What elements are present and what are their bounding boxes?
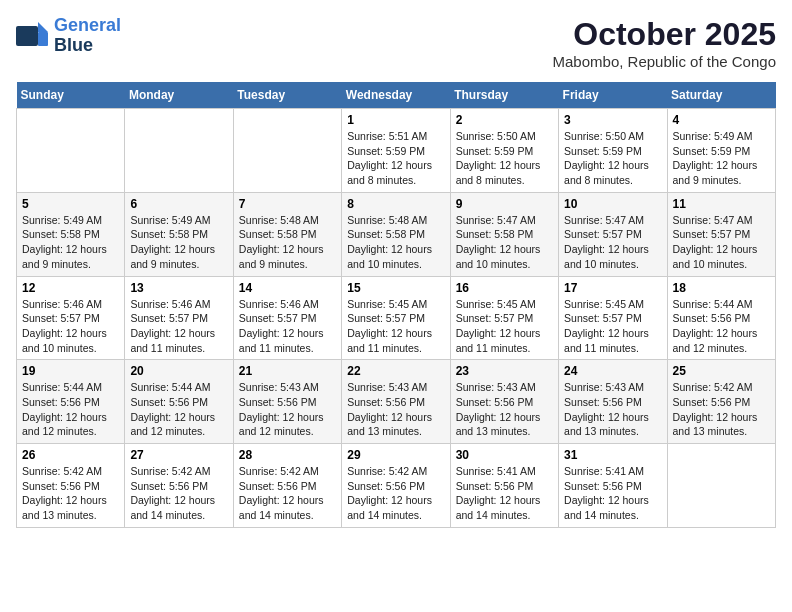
calendar-day-16: 16Sunrise: 5:45 AMSunset: 5:57 PMDayligh… (450, 276, 558, 360)
day-info-26: Sunrise: 5:42 AMSunset: 5:56 PMDaylight:… (22, 464, 119, 523)
logo-text: General Blue (54, 16, 121, 56)
day-info-14: Sunrise: 5:46 AMSunset: 5:57 PMDaylight:… (239, 297, 336, 356)
calendar-empty-cell (17, 109, 125, 193)
day-info-3: Sunrise: 5:50 AMSunset: 5:59 PMDaylight:… (564, 129, 661, 188)
day-number-6: 6 (130, 197, 227, 211)
day-number-8: 8 (347, 197, 444, 211)
calendar-day-6: 6Sunrise: 5:49 AMSunset: 5:58 PMDaylight… (125, 192, 233, 276)
calendar-day-3: 3Sunrise: 5:50 AMSunset: 5:59 PMDaylight… (559, 109, 667, 193)
day-number-7: 7 (239, 197, 336, 211)
day-number-31: 31 (564, 448, 661, 462)
day-info-11: Sunrise: 5:47 AMSunset: 5:57 PMDaylight:… (673, 213, 770, 272)
day-number-4: 4 (673, 113, 770, 127)
calendar-day-18: 18Sunrise: 5:44 AMSunset: 5:56 PMDayligh… (667, 276, 775, 360)
calendar-day-12: 12Sunrise: 5:46 AMSunset: 5:57 PMDayligh… (17, 276, 125, 360)
day-info-29: Sunrise: 5:42 AMSunset: 5:56 PMDaylight:… (347, 464, 444, 523)
day-number-2: 2 (456, 113, 553, 127)
day-number-30: 30 (456, 448, 553, 462)
day-info-8: Sunrise: 5:48 AMSunset: 5:58 PMDaylight:… (347, 213, 444, 272)
day-number-12: 12 (22, 281, 119, 295)
logo-icon (16, 22, 48, 50)
day-info-15: Sunrise: 5:45 AMSunset: 5:57 PMDaylight:… (347, 297, 444, 356)
calendar-day-15: 15Sunrise: 5:45 AMSunset: 5:57 PMDayligh… (342, 276, 450, 360)
svg-rect-0 (16, 26, 38, 46)
calendar-day-14: 14Sunrise: 5:46 AMSunset: 5:57 PMDayligh… (233, 276, 341, 360)
day-number-13: 13 (130, 281, 227, 295)
day-info-16: Sunrise: 5:45 AMSunset: 5:57 PMDaylight:… (456, 297, 553, 356)
calendar-day-31: 31Sunrise: 5:41 AMSunset: 5:56 PMDayligh… (559, 444, 667, 528)
day-info-27: Sunrise: 5:42 AMSunset: 5:56 PMDaylight:… (130, 464, 227, 523)
calendar-day-17: 17Sunrise: 5:45 AMSunset: 5:57 PMDayligh… (559, 276, 667, 360)
calendar-day-10: 10Sunrise: 5:47 AMSunset: 5:57 PMDayligh… (559, 192, 667, 276)
day-info-2: Sunrise: 5:50 AMSunset: 5:59 PMDaylight:… (456, 129, 553, 188)
day-info-4: Sunrise: 5:49 AMSunset: 5:59 PMDaylight:… (673, 129, 770, 188)
day-number-17: 17 (564, 281, 661, 295)
day-info-30: Sunrise: 5:41 AMSunset: 5:56 PMDaylight:… (456, 464, 553, 523)
weekday-header-sunday: Sunday (17, 82, 125, 109)
calendar-table: SundayMondayTuesdayWednesdayThursdayFrid… (16, 82, 776, 528)
calendar-day-28: 28Sunrise: 5:42 AMSunset: 5:56 PMDayligh… (233, 444, 341, 528)
day-info-9: Sunrise: 5:47 AMSunset: 5:58 PMDaylight:… (456, 213, 553, 272)
day-info-7: Sunrise: 5:48 AMSunset: 5:58 PMDaylight:… (239, 213, 336, 272)
calendar-day-11: 11Sunrise: 5:47 AMSunset: 5:57 PMDayligh… (667, 192, 775, 276)
svg-rect-2 (38, 32, 48, 46)
day-info-5: Sunrise: 5:49 AMSunset: 5:58 PMDaylight:… (22, 213, 119, 272)
day-number-26: 26 (22, 448, 119, 462)
svg-marker-1 (38, 22, 48, 32)
calendar-day-27: 27Sunrise: 5:42 AMSunset: 5:56 PMDayligh… (125, 444, 233, 528)
calendar-day-8: 8Sunrise: 5:48 AMSunset: 5:58 PMDaylight… (342, 192, 450, 276)
calendar-week-1: 1Sunrise: 5:51 AMSunset: 5:59 PMDaylight… (17, 109, 776, 193)
weekday-header-tuesday: Tuesday (233, 82, 341, 109)
day-number-25: 25 (673, 364, 770, 378)
day-number-19: 19 (22, 364, 119, 378)
weekday-header-thursday: Thursday (450, 82, 558, 109)
calendar-day-25: 25Sunrise: 5:42 AMSunset: 5:56 PMDayligh… (667, 360, 775, 444)
calendar-empty-cell (233, 109, 341, 193)
day-info-19: Sunrise: 5:44 AMSunset: 5:56 PMDaylight:… (22, 380, 119, 439)
logo: General Blue (16, 16, 121, 56)
day-number-1: 1 (347, 113, 444, 127)
day-number-15: 15 (347, 281, 444, 295)
weekday-header-row: SundayMondayTuesdayWednesdayThursdayFrid… (17, 82, 776, 109)
day-info-6: Sunrise: 5:49 AMSunset: 5:58 PMDaylight:… (130, 213, 227, 272)
calendar-week-2: 5Sunrise: 5:49 AMSunset: 5:58 PMDaylight… (17, 192, 776, 276)
calendar-day-30: 30Sunrise: 5:41 AMSunset: 5:56 PMDayligh… (450, 444, 558, 528)
weekday-header-friday: Friday (559, 82, 667, 109)
calendar-day-29: 29Sunrise: 5:42 AMSunset: 5:56 PMDayligh… (342, 444, 450, 528)
day-number-29: 29 (347, 448, 444, 462)
calendar-day-9: 9Sunrise: 5:47 AMSunset: 5:58 PMDaylight… (450, 192, 558, 276)
day-info-10: Sunrise: 5:47 AMSunset: 5:57 PMDaylight:… (564, 213, 661, 272)
day-info-23: Sunrise: 5:43 AMSunset: 5:56 PMDaylight:… (456, 380, 553, 439)
calendar-day-23: 23Sunrise: 5:43 AMSunset: 5:56 PMDayligh… (450, 360, 558, 444)
calendar-day-21: 21Sunrise: 5:43 AMSunset: 5:56 PMDayligh… (233, 360, 341, 444)
day-info-22: Sunrise: 5:43 AMSunset: 5:56 PMDaylight:… (347, 380, 444, 439)
day-number-9: 9 (456, 197, 553, 211)
day-number-5: 5 (22, 197, 119, 211)
calendar-day-5: 5Sunrise: 5:49 AMSunset: 5:58 PMDaylight… (17, 192, 125, 276)
day-number-23: 23 (456, 364, 553, 378)
calendar-day-1: 1Sunrise: 5:51 AMSunset: 5:59 PMDaylight… (342, 109, 450, 193)
page-header: General Blue October 2025 Mabombo, Repub… (16, 16, 776, 70)
day-info-25: Sunrise: 5:42 AMSunset: 5:56 PMDaylight:… (673, 380, 770, 439)
day-info-31: Sunrise: 5:41 AMSunset: 5:56 PMDaylight:… (564, 464, 661, 523)
weekday-header-saturday: Saturday (667, 82, 775, 109)
day-info-24: Sunrise: 5:43 AMSunset: 5:56 PMDaylight:… (564, 380, 661, 439)
day-info-1: Sunrise: 5:51 AMSunset: 5:59 PMDaylight:… (347, 129, 444, 188)
calendar-week-4: 19Sunrise: 5:44 AMSunset: 5:56 PMDayligh… (17, 360, 776, 444)
day-info-20: Sunrise: 5:44 AMSunset: 5:56 PMDaylight:… (130, 380, 227, 439)
day-number-11: 11 (673, 197, 770, 211)
title-block: October 2025 Mabombo, Republic of the Co… (553, 16, 776, 70)
weekday-header-monday: Monday (125, 82, 233, 109)
weekday-header-wednesday: Wednesday (342, 82, 450, 109)
day-info-18: Sunrise: 5:44 AMSunset: 5:56 PMDaylight:… (673, 297, 770, 356)
calendar-day-19: 19Sunrise: 5:44 AMSunset: 5:56 PMDayligh… (17, 360, 125, 444)
day-info-12: Sunrise: 5:46 AMSunset: 5:57 PMDaylight:… (22, 297, 119, 356)
calendar-week-5: 26Sunrise: 5:42 AMSunset: 5:56 PMDayligh… (17, 444, 776, 528)
calendar-day-13: 13Sunrise: 5:46 AMSunset: 5:57 PMDayligh… (125, 276, 233, 360)
day-number-14: 14 (239, 281, 336, 295)
day-number-18: 18 (673, 281, 770, 295)
calendar-empty-cell (667, 444, 775, 528)
day-number-10: 10 (564, 197, 661, 211)
calendar-day-7: 7Sunrise: 5:48 AMSunset: 5:58 PMDaylight… (233, 192, 341, 276)
calendar-day-20: 20Sunrise: 5:44 AMSunset: 5:56 PMDayligh… (125, 360, 233, 444)
